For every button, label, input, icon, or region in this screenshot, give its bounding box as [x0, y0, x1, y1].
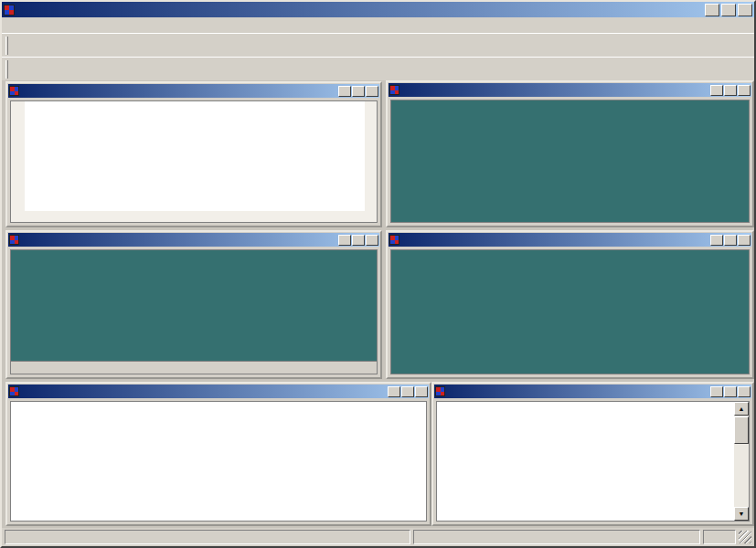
minimize-button[interactable]: [338, 235, 351, 246]
view-toolbar: [2, 57, 754, 80]
status-file-path: [413, 530, 700, 544]
maximize-button[interactable]: [352, 86, 365, 97]
standard-toolbar: [2, 33, 754, 57]
maximize-button[interactable]: [352, 235, 365, 246]
minimize-button[interactable]: [705, 4, 719, 16]
maximize-button[interactable]: [724, 85, 737, 96]
status-message: [5, 530, 410, 544]
menu-bar: [2, 17, 754, 33]
minimize-button[interactable]: [338, 86, 351, 97]
pitch-ruler: [11, 101, 25, 216]
view-control-bar: [11, 361, 377, 374]
body-plan-canvas[interactable]: [391, 100, 750, 223]
profile-canvas[interactable]: [11, 250, 378, 366]
close-button[interactable]: [738, 386, 751, 397]
yaw-ruler: [11, 211, 378, 222]
status-bar: [2, 528, 754, 546]
close-button[interactable]: [738, 235, 751, 246]
control-points-titlebar[interactable]: [434, 385, 751, 398]
window-icon: [9, 86, 19, 96]
profile-titlebar[interactable]: [8, 233, 379, 247]
right-ruler: [365, 101, 377, 216]
scrollbar-thumb[interactable]: [734, 416, 749, 444]
profile-window: [5, 230, 382, 379]
resize-grip[interactable]: [739, 531, 751, 543]
num-lock-indicator: [703, 530, 736, 544]
maximize-button[interactable]: [721, 4, 736, 16]
close-button[interactable]: [415, 386, 428, 397]
window-icon: [435, 386, 445, 396]
close-button[interactable]: [738, 4, 752, 16]
maxsurf-app-icon: [4, 5, 15, 16]
maximize-button[interactable]: [724, 235, 737, 246]
control-points-window: ▲ ▼: [431, 382, 754, 526]
minimize-button[interactable]: [710, 235, 723, 246]
perspective-titlebar[interactable]: [8, 84, 379, 98]
plan-canvas[interactable]: [391, 250, 750, 374]
minimize-button[interactable]: [710, 386, 723, 397]
maxsurf-application-window: { "window": { "title": "Maxsurf Professi…: [0, 0, 756, 548]
maximize-button[interactable]: [724, 386, 737, 397]
window-icon: [389, 85, 399, 95]
close-button[interactable]: [738, 85, 751, 96]
perspective-canvas[interactable]: [25, 101, 370, 216]
scroll-up-button[interactable]: ▲: [734, 402, 749, 416]
scroll-down-button[interactable]: ▼: [734, 507, 749, 521]
mdi-client-area: ▲ ▼: [2, 80, 754, 530]
perspective-window: [5, 81, 382, 227]
body-plan-titlebar[interactable]: [389, 83, 751, 97]
minimize-button[interactable]: [388, 386, 400, 397]
curve-of-areas-titlebar[interactable]: [8, 385, 429, 398]
window-icon: [389, 235, 399, 245]
plan-window: [386, 230, 754, 379]
curve-of-areas-window: [5, 382, 431, 526]
vertical-scrollbar[interactable]: ▲ ▼: [734, 402, 749, 521]
close-button[interactable]: [366, 235, 378, 246]
close-button[interactable]: [366, 86, 378, 97]
main-titlebar[interactable]: [2, 2, 754, 17]
curve-of-areas-chart[interactable]: [11, 402, 427, 513]
plan-titlebar[interactable]: [389, 233, 751, 247]
control-points-table: [437, 402, 734, 521]
toolbar-grip[interactable]: [5, 37, 8, 55]
window-icon: [9, 235, 19, 245]
maximize-button[interactable]: [401, 386, 414, 397]
window-icon: [9, 386, 19, 396]
minimize-button[interactable]: [710, 85, 723, 96]
body-plan-window: [386, 80, 754, 227]
toolbar-grip[interactable]: [5, 60, 8, 79]
